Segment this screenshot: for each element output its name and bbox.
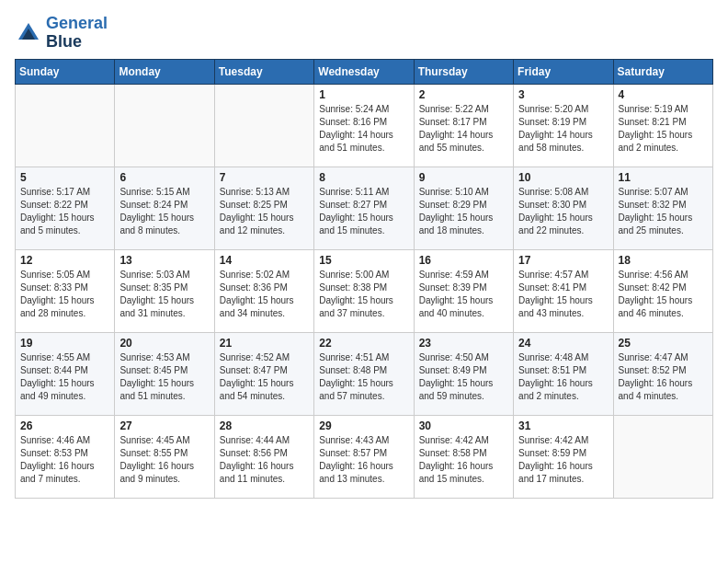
weekday-header: Tuesday (214, 59, 313, 84)
weekday-header: Friday (514, 59, 613, 84)
calendar-cell (613, 415, 712, 498)
day-number: 17 (518, 254, 608, 267)
calendar-cell (115, 84, 214, 167)
calendar-cell: 17Sunrise: 4:57 AM Sunset: 8:41 PM Dayli… (514, 249, 613, 332)
day-info: Sunrise: 5:13 AM Sunset: 8:25 PM Dayligh… (220, 186, 309, 237)
day-info: Sunrise: 5:11 AM Sunset: 8:27 PM Dayligh… (319, 186, 408, 237)
weekday-header: Wednesday (314, 59, 414, 84)
calendar-cell: 13Sunrise: 5:03 AM Sunset: 8:35 PM Dayli… (115, 249, 214, 332)
day-number: 6 (119, 171, 209, 184)
day-number: 20 (119, 337, 209, 350)
calendar-table: SundayMondayTuesdayWednesdayThursdayFrid… (15, 59, 713, 499)
day-number: 29 (319, 419, 408, 432)
day-info: Sunrise: 4:59 AM Sunset: 8:39 PM Dayligh… (419, 269, 508, 320)
day-number: 10 (518, 171, 608, 184)
day-number: 23 (419, 337, 508, 350)
day-info: Sunrise: 5:00 AM Sunset: 8:38 PM Dayligh… (319, 269, 408, 320)
calendar-week-row: 26Sunrise: 4:46 AM Sunset: 8:53 PM Dayli… (16, 415, 713, 498)
day-number: 24 (518, 337, 608, 350)
day-number: 30 (419, 419, 508, 432)
day-number: 4 (619, 88, 708, 101)
calendar-cell: 27Sunrise: 4:45 AM Sunset: 8:55 PM Dayli… (115, 415, 214, 498)
logo: General Blue (15, 15, 108, 52)
day-number: 12 (20, 254, 109, 267)
day-info: Sunrise: 5:08 AM Sunset: 8:30 PM Dayligh… (518, 186, 608, 237)
day-number: 7 (220, 171, 309, 184)
calendar-week-row: 1Sunrise: 5:24 AM Sunset: 8:16 PM Daylig… (16, 84, 713, 167)
day-info: Sunrise: 5:15 AM Sunset: 8:24 PM Dayligh… (119, 186, 209, 237)
day-info: Sunrise: 5:20 AM Sunset: 8:19 PM Dayligh… (518, 103, 608, 155)
calendar-cell: 5Sunrise: 5:17 AM Sunset: 8:22 PM Daylig… (16, 167, 115, 249)
day-info: Sunrise: 5:19 AM Sunset: 8:21 PM Dayligh… (619, 103, 708, 155)
calendar-cell: 2Sunrise: 5:22 AM Sunset: 8:17 PM Daylig… (414, 84, 513, 167)
day-number: 21 (220, 337, 309, 350)
calendar-week-row: 19Sunrise: 4:55 AM Sunset: 8:44 PM Dayli… (16, 332, 713, 415)
day-number: 31 (518, 419, 608, 432)
calendar-cell: 31Sunrise: 4:42 AM Sunset: 8:59 PM Dayli… (514, 415, 613, 498)
day-info: Sunrise: 5:02 AM Sunset: 8:36 PM Dayligh… (220, 269, 309, 320)
day-info: Sunrise: 4:53 AM Sunset: 8:45 PM Dayligh… (119, 351, 209, 403)
day-number: 15 (319, 254, 408, 267)
day-number: 2 (419, 88, 508, 101)
calendar-cell: 22Sunrise: 4:51 AM Sunset: 8:48 PM Dayli… (314, 332, 414, 415)
calendar-cell: 4Sunrise: 5:19 AM Sunset: 8:21 PM Daylig… (613, 84, 712, 167)
day-info: Sunrise: 4:47 AM Sunset: 8:52 PM Dayligh… (619, 351, 708, 403)
day-info: Sunrise: 4:51 AM Sunset: 8:48 PM Dayligh… (319, 351, 408, 403)
weekday-header: Sunday (16, 59, 115, 84)
day-info: Sunrise: 4:45 AM Sunset: 8:55 PM Dayligh… (119, 434, 209, 486)
weekday-header: Thursday (414, 59, 513, 84)
day-number: 16 (419, 254, 508, 267)
day-info: Sunrise: 5:17 AM Sunset: 8:22 PM Dayligh… (20, 186, 109, 237)
calendar-cell: 16Sunrise: 4:59 AM Sunset: 8:39 PM Dayli… (414, 249, 513, 332)
day-info: Sunrise: 4:55 AM Sunset: 8:44 PM Dayligh… (20, 351, 109, 403)
weekday-header: Monday (115, 59, 214, 84)
day-info: Sunrise: 5:07 AM Sunset: 8:32 PM Dayligh… (619, 186, 708, 237)
calendar-cell (214, 84, 313, 167)
page-header: General Blue (15, 15, 713, 52)
day-number: 11 (619, 171, 708, 184)
day-number: 1 (319, 88, 408, 101)
calendar-cell: 11Sunrise: 5:07 AM Sunset: 8:32 PM Dayli… (613, 167, 712, 249)
calendar-week-row: 5Sunrise: 5:17 AM Sunset: 8:22 PM Daylig… (16, 167, 713, 249)
day-info: Sunrise: 4:43 AM Sunset: 8:57 PM Dayligh… (319, 434, 408, 486)
calendar-cell: 26Sunrise: 4:46 AM Sunset: 8:53 PM Dayli… (16, 415, 115, 498)
day-number: 22 (319, 337, 408, 350)
day-number: 25 (619, 337, 708, 350)
day-number: 18 (619, 254, 708, 267)
calendar-cell: 12Sunrise: 5:05 AM Sunset: 8:33 PM Dayli… (16, 249, 115, 332)
day-info: Sunrise: 5:22 AM Sunset: 8:17 PM Dayligh… (419, 103, 508, 155)
day-info: Sunrise: 4:50 AM Sunset: 8:49 PM Dayligh… (419, 351, 508, 403)
calendar-cell: 9Sunrise: 5:10 AM Sunset: 8:29 PM Daylig… (414, 167, 513, 249)
weekday-header: Saturday (613, 59, 712, 84)
day-info: Sunrise: 4:42 AM Sunset: 8:58 PM Dayligh… (419, 434, 508, 486)
day-info: Sunrise: 5:05 AM Sunset: 8:33 PM Dayligh… (20, 269, 109, 320)
day-info: Sunrise: 4:56 AM Sunset: 8:42 PM Dayligh… (619, 269, 708, 320)
calendar-cell: 21Sunrise: 4:52 AM Sunset: 8:47 PM Dayli… (214, 332, 313, 415)
calendar-cell: 19Sunrise: 4:55 AM Sunset: 8:44 PM Dayli… (16, 332, 115, 415)
calendar-cell (16, 84, 115, 167)
day-number: 26 (20, 419, 109, 432)
calendar-cell: 15Sunrise: 5:00 AM Sunset: 8:38 PM Dayli… (314, 249, 414, 332)
day-info: Sunrise: 4:48 AM Sunset: 8:51 PM Dayligh… (518, 351, 608, 403)
calendar-cell: 20Sunrise: 4:53 AM Sunset: 8:45 PM Dayli… (115, 332, 214, 415)
calendar-cell: 30Sunrise: 4:42 AM Sunset: 8:58 PM Dayli… (414, 415, 513, 498)
day-info: Sunrise: 5:24 AM Sunset: 8:16 PM Dayligh… (319, 103, 408, 155)
logo-icon (15, 19, 42, 47)
day-number: 3 (518, 88, 608, 101)
calendar-cell: 14Sunrise: 5:02 AM Sunset: 8:36 PM Dayli… (214, 249, 313, 332)
day-info: Sunrise: 5:10 AM Sunset: 8:29 PM Dayligh… (419, 186, 508, 237)
calendar-header-row: SundayMondayTuesdayWednesdayThursdayFrid… (16, 59, 713, 84)
calendar-cell: 1Sunrise: 5:24 AM Sunset: 8:16 PM Daylig… (314, 84, 414, 167)
day-info: Sunrise: 4:44 AM Sunset: 8:56 PM Dayligh… (220, 434, 309, 486)
day-number: 8 (319, 171, 408, 184)
day-info: Sunrise: 4:52 AM Sunset: 8:47 PM Dayligh… (220, 351, 309, 403)
day-number: 28 (220, 419, 309, 432)
day-info: Sunrise: 5:03 AM Sunset: 8:35 PM Dayligh… (119, 269, 209, 320)
calendar-cell: 18Sunrise: 4:56 AM Sunset: 8:42 PM Dayli… (613, 249, 712, 332)
calendar-cell: 28Sunrise: 4:44 AM Sunset: 8:56 PM Dayli… (214, 415, 313, 498)
calendar-cell: 8Sunrise: 5:11 AM Sunset: 8:27 PM Daylig… (314, 167, 414, 249)
day-info: Sunrise: 4:46 AM Sunset: 8:53 PM Dayligh… (20, 434, 109, 486)
day-number: 14 (220, 254, 309, 267)
day-number: 5 (20, 171, 109, 184)
calendar-body: 1Sunrise: 5:24 AM Sunset: 8:16 PM Daylig… (16, 84, 713, 498)
